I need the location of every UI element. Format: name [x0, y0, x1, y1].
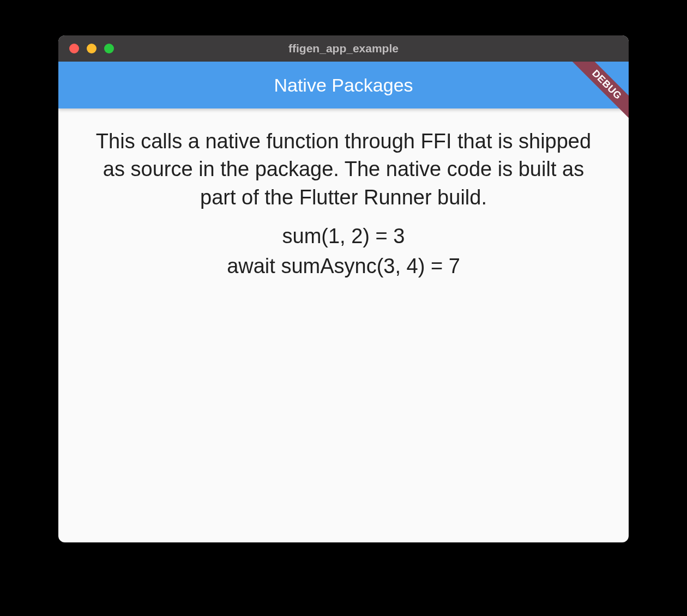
description-text: This calls a native function through FFI…: [86, 128, 601, 212]
appbar-title: Native Packages: [274, 75, 413, 96]
window-title: ffigen_app_example: [58, 42, 629, 55]
maximize-icon[interactable]: [104, 44, 114, 53]
sum-async-result: await sumAsync(3, 4) = 7: [86, 255, 601, 278]
sum-result: sum(1, 2) = 3: [86, 225, 601, 248]
application-window: ffigen_app_example Native Packages DEBUG…: [58, 35, 629, 542]
close-icon[interactable]: [69, 44, 79, 53]
content-area: This calls a native function through FFI…: [58, 108, 629, 304]
titlebar[interactable]: ffigen_app_example: [58, 35, 629, 62]
appbar: Native Packages DEBUG: [58, 62, 629, 108]
minimize-icon[interactable]: [87, 44, 97, 53]
traffic-lights: [58, 44, 114, 53]
